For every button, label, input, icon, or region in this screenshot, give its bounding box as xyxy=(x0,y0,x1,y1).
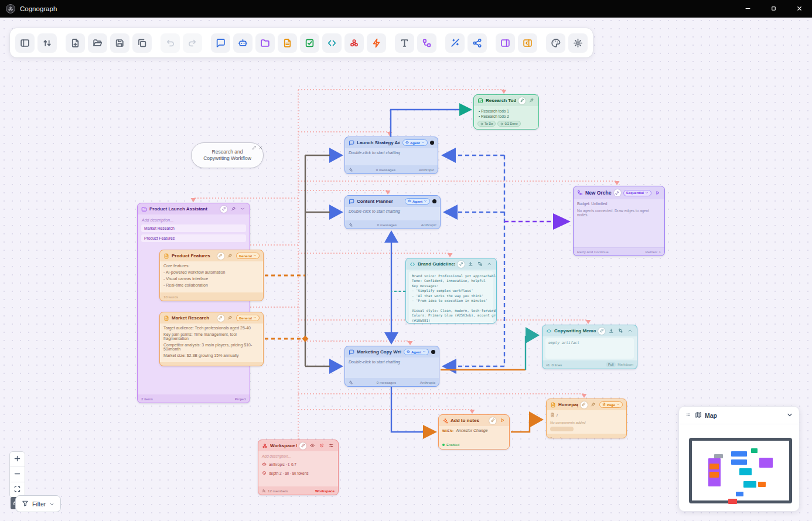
eye-icon[interactable] xyxy=(309,442,316,450)
window-maximize-button[interactable] xyxy=(760,0,786,18)
node-add-to-notes[interactable]: Add to notes WHEN: Ancestor Change Enabl… xyxy=(438,414,510,450)
chevron-up-icon[interactable] xyxy=(626,328,633,335)
full-view-button[interactable]: Full xyxy=(606,362,616,367)
toolbar-add-agent-node-button[interactable] xyxy=(233,33,253,53)
toolbar-settings-button[interactable] xyxy=(568,33,588,53)
note-type-badge[interactable]: Page xyxy=(599,401,623,408)
toolbar-duplicate-button[interactable] xyxy=(132,33,152,53)
model-indicator-dot[interactable] xyxy=(430,141,434,145)
pin-icon[interactable] xyxy=(227,315,234,322)
todo-item[interactable]: Research todo 2 xyxy=(479,114,535,118)
download-icon[interactable] xyxy=(467,261,474,268)
project-child-item[interactable]: Product Features xyxy=(141,234,246,242)
link-icon[interactable] xyxy=(217,253,224,260)
link-icon[interactable] xyxy=(299,442,306,450)
agent-badge[interactable]: Agent xyxy=(404,349,429,355)
toolbar-open-button[interactable] xyxy=(88,33,107,53)
page-path: / xyxy=(557,413,558,417)
toolbar-add-todo-node-button[interactable] xyxy=(300,33,319,53)
sparkles-icon[interactable] xyxy=(349,168,353,172)
node-workspace-rules[interactable]: Workspace Rules Add description... anthr… xyxy=(258,440,339,495)
todo-status-chip[interactable]: To Do xyxy=(477,121,496,127)
diff-icon[interactable] xyxy=(617,328,624,335)
description-placeholder[interactable]: Add description... xyxy=(142,218,246,222)
node-launch-strategy-advisor[interactable]: Launch Strategy Advisor Agent Double-cli… xyxy=(344,137,438,174)
toolbar-save-button[interactable] xyxy=(110,33,129,53)
toolbar-toggle-sidebar-button[interactable] xyxy=(15,33,35,53)
component-placeholder[interactable] xyxy=(550,427,574,431)
todo-status-chip[interactable]: 0/2 Done xyxy=(497,121,520,127)
note-type-badge[interactable]: General xyxy=(236,253,260,259)
link-icon[interactable] xyxy=(220,206,227,213)
pin-icon[interactable] xyxy=(528,97,535,104)
toolbar-ai-assist-button[interactable] xyxy=(445,33,465,53)
toolbar-add-chat-node-button[interactable] xyxy=(211,33,230,53)
agent-badge[interactable]: Agent xyxy=(405,198,430,205)
minimap-canvas[interactable] xyxy=(679,424,799,512)
zoom-out-button[interactable] xyxy=(10,467,25,482)
sliders-icon[interactable] xyxy=(327,442,335,450)
edit-label-icon[interactable] xyxy=(252,142,257,152)
model-indicator-dot[interactable] xyxy=(432,199,436,203)
node-market-research[interactable]: Market Research General Target audience:… xyxy=(159,312,264,366)
sparkles-icon[interactable] xyxy=(349,380,353,384)
diff-icon[interactable] xyxy=(476,261,483,268)
pin-icon[interactable] xyxy=(227,253,234,260)
toolbar-add-note-node-button[interactable] xyxy=(278,33,297,53)
window-close-button[interactable] xyxy=(786,0,812,18)
pin-icon[interactable] xyxy=(590,401,597,408)
toolbar-redo-button[interactable] xyxy=(183,33,202,53)
toolbar-toggle-right-panel-button[interactable] xyxy=(496,33,515,53)
link-icon[interactable] xyxy=(458,261,465,268)
toolbar-new-file-button[interactable] xyxy=(66,33,85,53)
toolbar-sort-button[interactable] xyxy=(37,33,57,53)
link-icon[interactable] xyxy=(217,315,224,322)
node-homepage-copy[interactable]: Homepage Copy Page / No components added… xyxy=(546,399,627,438)
run-icon[interactable] xyxy=(499,417,506,424)
agent-badge[interactable]: Agent xyxy=(402,139,428,146)
delete-label-icon[interactable] xyxy=(258,142,263,152)
drag-handle-icon[interactable] xyxy=(685,410,692,421)
node-product-features[interactable]: Product Features General Core features:-… xyxy=(159,250,264,301)
description-placeholder[interactable]: Add description... xyxy=(262,454,335,458)
sparkles-icon[interactable] xyxy=(349,223,353,227)
toolbar-collapse-panel-button[interactable] xyxy=(518,33,537,53)
note-type-badge[interactable]: General xyxy=(236,315,260,321)
toolbar-undo-button[interactable] xyxy=(161,33,180,53)
toolbar-add-project-node-button[interactable] xyxy=(255,33,275,53)
node-content-planner[interactable]: Content Planner Agent Double-click to st… xyxy=(344,195,441,229)
zoom-in-button[interactable] xyxy=(10,452,25,467)
unlink-icon[interactable] xyxy=(318,442,325,450)
link-icon[interactable] xyxy=(581,401,588,408)
toolbar-add-orchestrator-node-button[interactable] xyxy=(417,33,436,53)
toolbar-share-button[interactable] xyxy=(468,33,487,53)
filter-button[interactable]: Filter xyxy=(15,495,61,512)
link-icon[interactable] xyxy=(489,417,496,424)
todo-item[interactable]: Research todo 1 xyxy=(479,109,535,113)
project-child-item[interactable]: Market Research xyxy=(141,224,246,232)
link-icon[interactable] xyxy=(518,97,526,104)
strategy-badge[interactable]: Sequential xyxy=(623,190,651,196)
node-brand-guidelines[interactable]: Brand Guidelines Brand voice: Profession… xyxy=(405,258,497,324)
link-icon[interactable] xyxy=(614,189,621,196)
chevron-up-icon[interactable] xyxy=(486,261,493,268)
format-button[interactable]: Markdown xyxy=(617,363,633,366)
chevron-down-icon[interactable] xyxy=(239,206,246,213)
node-copywriting-memory[interactable]: Copywriting Memory empty artifact v1 0 l… xyxy=(542,325,637,369)
toolbar-add-text-button[interactable] xyxy=(395,33,414,53)
node-marketing-copy-writer[interactable]: Marketing Copy Writer Agent Double-click… xyxy=(344,346,439,387)
toolbar-add-artifact-node-button[interactable] xyxy=(322,33,342,53)
run-icon[interactable] xyxy=(654,189,661,196)
toolbar-add-automation-node-button[interactable] xyxy=(367,33,386,53)
toolbar-add-workspace-node-button[interactable] xyxy=(344,33,364,53)
pin-icon[interactable] xyxy=(230,206,237,213)
download-icon[interactable] xyxy=(608,328,615,335)
model-indicator-dot[interactable] xyxy=(431,350,435,354)
node-research-todos[interactable]: Research Todos Research todo 1Research t… xyxy=(473,94,539,130)
window-minimize-button[interactable] xyxy=(735,0,760,18)
node-product-launch-assistant[interactable]: Product Launch Assistant Add description… xyxy=(137,203,250,403)
link-icon[interactable] xyxy=(598,328,605,335)
toolbar-theme-button[interactable] xyxy=(546,33,565,53)
node-new-orchestrator[interactable]: New Orchestrator Sequential Budget: Unli… xyxy=(573,186,665,256)
chevron-down-icon[interactable] xyxy=(786,410,793,421)
